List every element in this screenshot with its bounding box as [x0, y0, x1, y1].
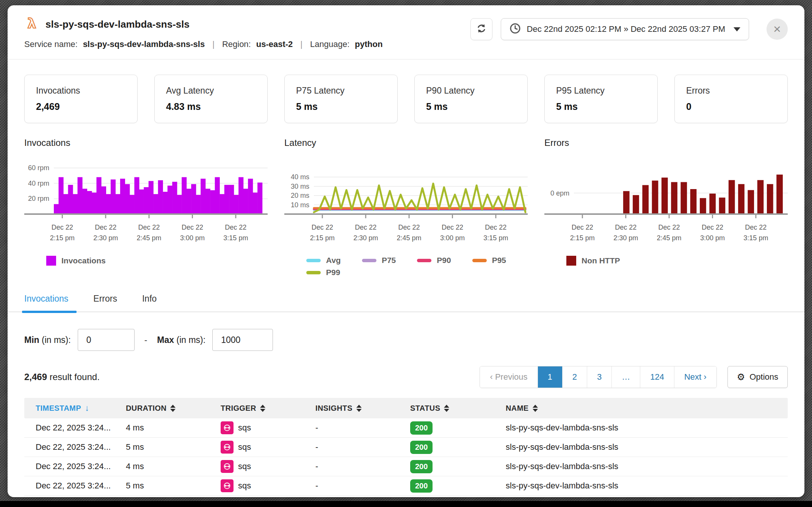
column-header-timestamp[interactable]: TIMESTAMP↓ — [36, 403, 126, 413]
status-badge: 200 — [410, 421, 433, 435]
cell-name: sls-py-sqs-dev-lambda-sns-sls — [506, 423, 788, 433]
invocations-table: TIMESTAMP↓DURATIONTRIGGERINSIGHTSSTATUSN… — [24, 398, 788, 497]
min-duration-input[interactable] — [78, 329, 135, 351]
cell-status: 200 — [410, 441, 506, 454]
column-header-status[interactable]: STATUS — [410, 404, 506, 413]
x-axis-label: Dec 222:30 pm — [93, 222, 118, 244]
trigger-label: sqs — [238, 462, 251, 471]
cell-timestamp: Dec 22, 2025 3:24... — [36, 462, 126, 471]
pagination-page-2[interactable]: 2 — [562, 366, 587, 388]
column-header-duration[interactable]: DURATION — [126, 404, 221, 413]
max-duration-input[interactable] — [212, 329, 273, 351]
column-header-trigger[interactable]: TRIGGER — [221, 404, 315, 413]
x-axis-label: Dec 222:45 pm — [657, 222, 682, 244]
legend-item-p95: P95 — [472, 256, 506, 265]
refresh-button[interactable] — [470, 18, 492, 40]
legend-label: P90 — [437, 256, 451, 265]
options-button[interactable]: ⚙ Options — [727, 366, 788, 388]
cell-duration: 4 ms — [126, 462, 221, 471]
service-meta: Service name: sls-py-sqs-dev-lambda-sns-… — [24, 39, 788, 49]
pagination: ‹ Previous123…124Next › — [480, 366, 716, 388]
metric-label: Avg Latency — [166, 86, 256, 96]
legend-swatch — [362, 259, 376, 262]
metric-label: P75 Latency — [296, 86, 386, 96]
language-value: python — [355, 39, 382, 49]
column-header-insights[interactable]: INSIGHTS — [315, 404, 410, 413]
metric-label: P90 Latency — [426, 86, 516, 96]
sqs-icon — [221, 421, 234, 434]
language-label: Language: — [310, 39, 350, 49]
metric-value: 0 — [686, 101, 776, 112]
sort-icon — [170, 405, 176, 412]
sqs-icon — [221, 460, 234, 473]
cell-duration: 4 ms — [126, 423, 221, 433]
pagination-previous[interactable]: ‹ Previous — [480, 366, 537, 388]
cell-trigger: sqs — [221, 421, 315, 434]
pagination-page-3[interactable]: 3 — [587, 366, 611, 388]
detail-tabs: InvocationsErrorsInfo — [8, 290, 804, 312]
legend-item-p99: P99 — [306, 268, 340, 277]
pagination-ellipsis[interactable]: … — [611, 366, 640, 388]
chart-title: Errors — [544, 138, 788, 148]
results-row: 2,469 result found. ‹ Previous123…124Nex… — [8, 351, 804, 398]
refresh-icon — [476, 23, 487, 35]
region-value: us-east-2 — [256, 39, 293, 49]
cell-status: 200 — [410, 460, 506, 473]
pagination-next[interactable]: Next › — [674, 366, 716, 388]
metric-card-invocations: Invocations2,469 — [24, 75, 138, 123]
sort-icon — [444, 405, 449, 412]
cell-duration: 5 ms — [126, 481, 221, 491]
min-label: Min (in ms): — [24, 335, 71, 345]
svg-text:20 ms: 20 ms — [291, 192, 309, 199]
duration-filter: Min (in ms): - Max (in ms): — [8, 312, 804, 351]
cell-name: sls-py-sqs-dev-lambda-sns-sls — [506, 481, 788, 491]
cell-timestamp: Dec 22, 2025 3:24... — [36, 442, 126, 452]
status-badge: 200 — [410, 441, 433, 454]
table-row[interactable]: Dec 22, 2025 3:24...4 mssqs-200sls-py-sq… — [24, 457, 788, 476]
tab-invocations[interactable]: Invocations — [24, 290, 68, 311]
header: λ sls-py-sqs-dev-lambda-sns-sls Service … — [8, 5, 804, 59]
tab-errors[interactable]: Errors — [93, 290, 117, 311]
table-row[interactable]: Dec 22, 2025 3:24...4 mssqs-200sls-py-sq… — [24, 418, 788, 438]
metric-value: 4.83 ms — [166, 101, 256, 112]
cell-trigger: sqs — [221, 441, 315, 454]
legend-swatch — [306, 271, 321, 274]
legend-swatch — [472, 259, 487, 262]
x-axis-label: Dec 223:00 pm — [440, 222, 465, 244]
table-row[interactable]: Dec 22, 2025 3:24...5 mssqs-200sls-py-sq… — [24, 438, 788, 457]
legend-swatch — [417, 259, 431, 262]
x-axis-label: Dec 222:15 pm — [570, 222, 595, 244]
x-axis-label: Dec 222:15 pm — [310, 222, 335, 244]
cell-trigger: sqs — [221, 479, 315, 492]
column-header-name[interactable]: NAME — [506, 404, 788, 413]
table-row[interactable]: Dec 22, 2025 3:24...5 mssqs-200sls-py-sq… — [24, 476, 788, 496]
pagination-page-124[interactable]: 124 — [640, 366, 674, 388]
date-range-picker[interactable]: Dec 22nd 2025 02:12 PM » Dec 22nd 2025 0… — [501, 18, 749, 40]
cell-insights: - — [315, 442, 410, 452]
column-label: NAME — [506, 404, 529, 413]
lambda-icon: λ — [24, 16, 39, 33]
tab-info[interactable]: Info — [142, 290, 157, 311]
close-button[interactable]: × — [767, 19, 788, 40]
status-badge: 200 — [410, 479, 433, 493]
legend-item-invocations: Invocations — [46, 256, 106, 266]
metric-card-errors: Errors0 — [674, 75, 788, 123]
metric-card-p90-latency: P90 Latency5 ms — [414, 75, 528, 123]
chart-title: Latency — [284, 138, 528, 148]
cell-insights: - — [315, 462, 410, 471]
gear-icon: ⚙ — [737, 372, 745, 382]
legend-item-avg: Avg — [306, 256, 341, 265]
invocations-chart: Invocations 60 rpm40 rpm20 rpm Dec 222:1… — [24, 138, 268, 277]
latency-chart: Latency 40 ms30 ms20 ms10 ms Dec 222:15 … — [284, 138, 528, 277]
cell-trigger: sqs — [221, 460, 315, 473]
column-label: STATUS — [410, 404, 440, 413]
errors-chart: Errors 0 epm Dec 222:15 pmDec 222:30 pmD… — [544, 138, 788, 277]
cell-status: 200 — [410, 421, 506, 435]
legend-label: P99 — [326, 268, 340, 277]
table-row[interactable]: Dec 22, 2025 3:24...5 mssqs-200sls-py-sq… — [24, 496, 788, 497]
pagination-page-1[interactable]: 1 — [538, 366, 562, 388]
x-axis-label: Dec 223:15 pm — [743, 222, 768, 244]
max-label: Max (in ms): — [157, 335, 205, 345]
meta-separator: | — [298, 39, 305, 49]
legend-swatch — [46, 256, 56, 266]
